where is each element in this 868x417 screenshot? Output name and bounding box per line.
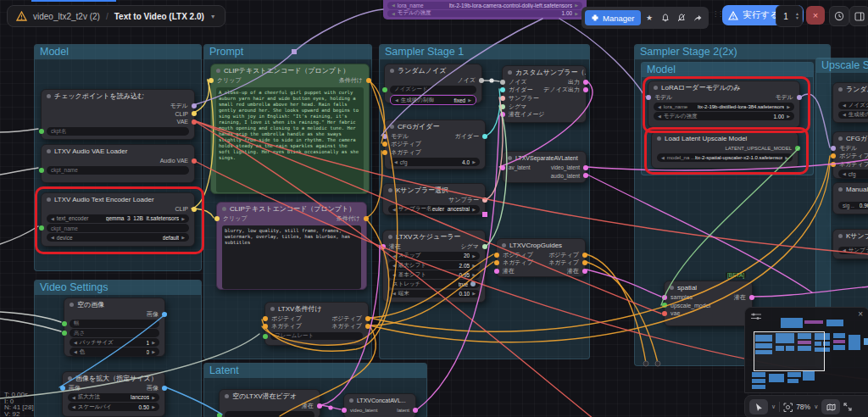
node-empty-ltxv-latent-video[interactable]: 空のLTXV潜在ビデオ 潜在 (219, 389, 320, 417)
collapse-dot[interactable] (225, 394, 229, 398)
output-port-image[interactable] (162, 386, 167, 391)
node-ltxv-scheduler[interactable]: LTXVスケジューラー 潜在 シグマ ◀ ステップ 20 ▶ ◀ 最大シフト 2… (382, 230, 486, 303)
input-port-positive[interactable] (831, 153, 836, 158)
decrement-arrow[interactable]: ◀ (658, 104, 661, 109)
widget-sampler-name[interactable]: ◀ サンプラー名 (838, 247, 868, 255)
manager-button[interactable]: Manager (585, 10, 641, 25)
increment-arrow[interactable]: ▶ (472, 272, 476, 277)
stepper-down-icon[interactable]: ▼ (795, 16, 799, 20)
input-port-frame-rate[interactable] (263, 334, 268, 339)
widget-ckpt-name[interactable]: ckpt_name (47, 224, 189, 232)
input-port-ckpt[interactable] (39, 129, 44, 134)
node-upscale-random-noise[interactable]: ランダムノ... ◀ ノイズシー.. ◀ 生成後の制.. (832, 82, 868, 123)
widget-noise-seed[interactable]: ◀ ノイズシー.. (838, 102, 868, 110)
output-port-conditioning[interactable] (364, 216, 369, 221)
node-upscale-image[interactable]: 画像を拡大（指定サイズ） 画像 画像 ◀ 拡大方法 lanczos ▶ ◀ スケ… (62, 371, 165, 417)
collapse-dot[interactable] (390, 69, 394, 73)
output-port-guider[interactable] (482, 134, 487, 139)
widget-noise-seed[interactable]: ノイズシード (390, 86, 476, 94)
node-lora-camera-control-muted[interactable]: ◀ lora_name ltx-2-19b-lora-camera-contro… (383, 0, 587, 19)
collapse-dot[interactable] (68, 376, 72, 381)
decrement-arrow[interactable]: ◀ (843, 171, 846, 176)
decrement-arrow[interactable]: ◀ (51, 216, 54, 221)
toggle-knob[interactable] (470, 281, 476, 286)
widget-sampler-name[interactable]: ◀ サンプラー名 euler_ancestral ▶ (388, 205, 480, 214)
decrement-arrow[interactable]: ◀ (392, 253, 396, 259)
input-port-noise-seed[interactable] (382, 87, 387, 92)
negative-prompt-textarea[interactable]: blurry, low quality, still frame, frames… (222, 225, 361, 289)
decrement-arrow[interactable]: ◀ (843, 103, 846, 108)
decrement-arrow[interactable]: ◀ (843, 112, 846, 117)
decrement-arrow[interactable]: ◀ (392, 291, 396, 296)
increment-arrow[interactable]: ▶ (575, 3, 578, 8)
input-port-model[interactable] (646, 95, 651, 100)
widget-width[interactable] (225, 411, 314, 417)
collapse-dot[interactable] (216, 69, 220, 73)
decrement-arrow[interactable]: ◀ (392, 263, 396, 268)
decrement-arrow[interactable]: ◀ (392, 11, 395, 16)
widget-terminal[interactable]: ◀ 端末 0.10 ▶ (388, 290, 480, 298)
node-ltxv-concat-av-latent[interactable]: LTXVConcatAVL... video_latent latent (343, 393, 416, 417)
input-port-clip[interactable] (214, 216, 220, 221)
output-port-noise[interactable] (479, 78, 484, 83)
increment-arrow[interactable]: ▶ (152, 404, 155, 409)
collapse-dot[interactable] (270, 307, 275, 311)
widget-text-encoder[interactable]: ◀ text_encoder gemma_3_12B_it.safetensor… (47, 214, 189, 223)
notification-bell-icon[interactable] (659, 10, 673, 25)
widget-model-strength[interactable]: ◀ モデルの強度 1.00 ▶ (387, 10, 582, 18)
node-ksampler-select[interactable]: Kサンプラー選択 サンプラー ◀ サンプラー名 euler_ancestral … (382, 183, 486, 215)
input-port-positive[interactable] (382, 142, 387, 147)
collapse-dot[interactable] (47, 94, 51, 98)
node-spatial-upscaler[interactable]: spatial samples 潜在 upscale_model vae (664, 281, 753, 326)
decrement-arrow[interactable]: ◀ (51, 235, 54, 240)
input-port-latent[interactable] (381, 244, 386, 249)
widget-lora-name[interactable]: ◀ lora_name ltx-2-19b-lora-camera-contro… (387, 2, 582, 9)
zoom-level[interactable]: 78% (796, 403, 810, 411)
output-port-negative[interactable] (582, 260, 587, 265)
input-port-image[interactable] (60, 386, 65, 391)
node-clip-text-encode-negative[interactable]: CLIPテキストエンコード（プロンプト） クリップ 条件付け blurry, l… (216, 202, 367, 290)
input-port-video-latent[interactable] (342, 408, 347, 413)
tool-chevron-icon[interactable]: ∨ (771, 403, 776, 410)
widget-batch-size[interactable]: ◀ バッチサイズ 1 ▶ (70, 338, 159, 347)
widget-lora-name[interactable]: ◀ lora_name ltx-2-19b-distilled-lora-384… (654, 103, 794, 111)
widget-base-shift[interactable]: ◀ 基本シフト 0.95 ▶ (388, 270, 480, 279)
node-ltxv-audio-vae-loader[interactable]: LTXV Audio VAE Loader Audio VAE ckpt_nam… (41, 144, 195, 183)
node-ltxv-separate-av-latent[interactable]: LTXVSeparateAVLatent av_latent video_lat… (502, 151, 587, 183)
node-upscale-ksampler-select[interactable]: Kサンプラ... ◀ サンプラー名 (832, 229, 868, 259)
output-port-latent[interactable] (749, 295, 754, 300)
widget-steps[interactable]: ◀ ステップ 20 ▶ (388, 252, 480, 260)
output-port-latent[interactable] (582, 269, 587, 274)
input-port-width[interactable] (62, 321, 67, 326)
node-upscale-cfg-guider[interactable]: CFGガイダ... モデル ポジティブ ネガティブ ◀ cfg (832, 131, 868, 179)
increment-arrow[interactable]: ▶ (787, 104, 790, 109)
decrement-arrow[interactable]: ◀ (395, 97, 398, 103)
expand-icon[interactable] (843, 403, 852, 411)
increment-arrow[interactable]: ▶ (472, 159, 476, 164)
widget-ckpt-name[interactable]: ckpt_name (47, 166, 189, 175)
batch-count-input[interactable]: 1 ▲▼ (776, 5, 803, 27)
output-port-audio-latent[interactable] (583, 173, 588, 178)
output-port-clip[interactable] (192, 111, 197, 116)
node-ltxv-conditioning[interactable]: LTXV条件付け ポジティブ ポジティブ ネガティブ ネガティブ フレームレート (264, 302, 369, 346)
panel-toggle-button[interactable] (849, 6, 868, 26)
input-port-negative[interactable] (263, 324, 268, 329)
input-port-guider[interactable] (500, 87, 505, 92)
decrement-arrow[interactable]: ◀ (392, 207, 396, 212)
widget-stretch-toggle[interactable]: ストレッチ true (388, 280, 480, 288)
workflow-breadcrumb[interactable]: video_ltx2_t2v (2) / Text to Video (LTX … (7, 5, 225, 27)
widget-color[interactable]: ◀ 色 0 ▶ (70, 348, 159, 356)
widget-sigmas[interactable]: sig .. 0.909 (838, 202, 868, 210)
node-lora-loader-model-only[interactable]: LoRAローダーモデルのみ モデル モデル ◀ lora_name ltx-2-… (648, 81, 800, 128)
input-port-negative[interactable] (831, 162, 836, 167)
collapse-dot[interactable] (508, 70, 512, 75)
decrement-arrow[interactable]: ◀ (661, 155, 665, 160)
output-port-latent[interactable] (413, 408, 418, 413)
input-port-sampler[interactable] (500, 96, 505, 101)
input-port-model[interactable] (831, 146, 836, 151)
node-load-checkpoint[interactable]: チェックポイントを読み込む モデル CLIP VAE ckpt名 (41, 89, 195, 140)
node-custom-sampler[interactable]: カスタムサンプラー（... ノイズ 出力 ガイダー デノイズ出力 サンプラー シ… (502, 65, 587, 123)
input-port-upscale-model[interactable] (662, 303, 667, 308)
widget-max-shift[interactable]: ◀ 最大シフト 2.05 ▶ (388, 261, 480, 270)
output-port-negative[interactable] (365, 324, 370, 329)
